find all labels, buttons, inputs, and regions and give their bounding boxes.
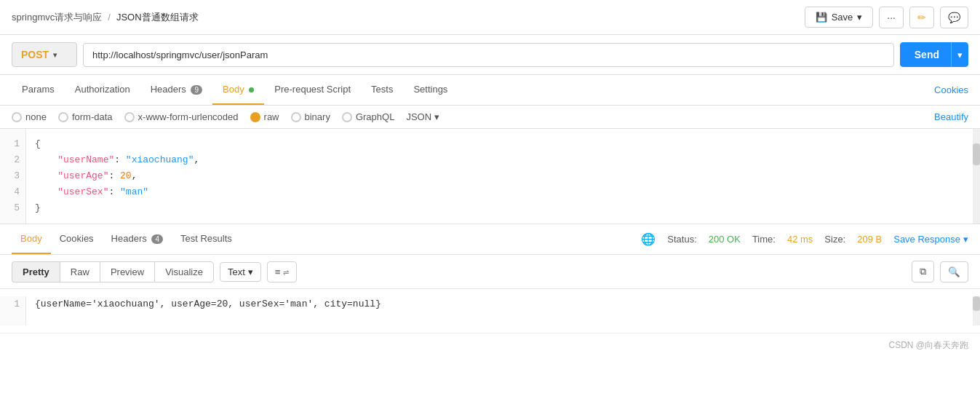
json-format-label: JSON [406, 111, 431, 122]
option-binary[interactable]: binary [291, 111, 330, 122]
time-label: Time: [752, 234, 776, 245]
response-tab-cookies[interactable]: Cookies [51, 224, 103, 254]
url-input[interactable] [83, 43, 894, 67]
line-number-5: 5 [6, 200, 20, 216]
response-scrollbar-thumb [973, 296, 980, 311]
header: springmvc请求与响应 / JSON普通数组请求 💾 Save ▾ ···… [0, 0, 980, 35]
save-label: Save [832, 12, 853, 23]
form-data-radio[interactable] [58, 112, 68, 122]
response-test-results-label: Test Results [180, 233, 232, 244]
line-numbers: 1 2 3 4 5 [0, 129, 26, 224]
tab-settings[interactable]: Settings [403, 75, 458, 105]
form-data-label: form-data [72, 111, 113, 122]
response-headers-badge: 4 [151, 234, 163, 244]
response-scrollbar[interactable] [973, 296, 980, 325]
send-button[interactable]: Send [900, 42, 954, 67]
view-preview-label: Preview [111, 266, 144, 277]
tab-pre-request[interactable]: Pre-request Script [264, 75, 361, 105]
save-response-button[interactable]: Save Response ▾ [893, 234, 968, 245]
response-tab-test-results[interactable]: Test Results [172, 224, 241, 254]
raw-radio[interactable] [250, 112, 260, 122]
edit-button[interactable]: ✏ [909, 7, 934, 28]
option-raw[interactable]: raw [250, 111, 279, 122]
copy-button[interactable]: ⧉ [912, 261, 934, 282]
comment-button[interactable]: 💬 [940, 7, 968, 28]
breadcrumb-parent: springmvc请求与响应 [12, 11, 102, 24]
send-group: Send ▾ [900, 42, 968, 67]
view-preview-button[interactable]: Preview [100, 261, 154, 282]
tab-tests-label: Tests [371, 84, 393, 95]
view-format-chevron-icon: ▾ [248, 266, 253, 277]
binary-label: binary [305, 111, 330, 122]
headers-badge: 9 [191, 85, 202, 95]
tab-authorization[interactable]: Authorization [65, 75, 140, 105]
breadcrumb-separator: / [108, 12, 111, 23]
option-graphql[interactable]: GraphQL [342, 111, 394, 122]
cookies-link[interactable]: Cookies [934, 84, 968, 95]
urlencoded-radio[interactable] [124, 112, 135, 122]
view-pretty-button[interactable]: Pretty [12, 261, 60, 282]
option-form-data[interactable]: form-data [58, 111, 113, 122]
more-button[interactable]: ··· [879, 7, 904, 28]
status-value: 200 OK [709, 234, 741, 245]
search-button[interactable]: 🔍 [940, 261, 968, 282]
tab-settings-label: Settings [413, 84, 447, 95]
tab-params-label: Params [22, 84, 55, 95]
request-body-editor: 1 2 3 4 5 { "userName": "xiaochuang", "u… [0, 129, 980, 224]
view-format-buttons: Pretty Raw Preview Visualize Text ▾ ≡ ⇌ [12, 261, 297, 282]
option-urlencoded[interactable]: x-www-form-urlencoded [124, 111, 239, 122]
method-select[interactable]: POST ▾ [12, 42, 77, 67]
line-number-3: 3 [6, 168, 20, 184]
method-chevron-icon: ▾ [53, 51, 57, 59]
response-body-label: Body [20, 233, 42, 244]
tab-tests[interactable]: Tests [361, 75, 403, 105]
comment-icon: 💬 [948, 12, 960, 23]
search-icon: 🔍 [948, 266, 960, 277]
response-tab-headers[interactable]: Headers 4 [103, 224, 172, 254]
view-pretty-label: Pretty [23, 266, 49, 277]
view-visualize-button[interactable]: Visualize [154, 261, 214, 282]
beautify-button[interactable]: Beautify [934, 111, 968, 122]
header-actions: 💾 Save ▾ ··· ✏ 💬 [805, 7, 968, 28]
request-tabs-row: Params Authorization Headers 9 Body Pre-… [0, 75, 980, 106]
save-response-chevron-icon: ▾ [963, 234, 968, 245]
line-number-4: 4 [6, 184, 20, 200]
tab-headers[interactable]: Headers 9 [140, 75, 212, 105]
editor-scrollbar[interactable] [973, 129, 980, 224]
footer-text: CSDN @向春天奔跑 [888, 340, 968, 350]
response-tab-body[interactable]: Body [12, 224, 51, 254]
save-chevron-icon: ▾ [857, 12, 862, 23]
save-button[interactable]: 💾 Save ▾ [805, 7, 874, 28]
json-format-select[interactable]: JSON ▾ [406, 111, 439, 122]
body-format-options: none form-data x-www-form-urlencoded raw… [12, 111, 439, 122]
edit-icon: ✏ [917, 12, 926, 23]
response-body: 1 {userName='xiaochuang', userAge=20, us… [0, 289, 980, 333]
line-number-1: 1 [6, 136, 20, 152]
option-none[interactable]: none [12, 111, 47, 122]
response-header: Body Cookies Headers 4 Test Results 🌐 St… [0, 224, 980, 255]
wrap-button[interactable]: ≡ ⇌ [267, 261, 297, 282]
view-raw-button[interactable]: Raw [60, 261, 100, 282]
send-chevron-button[interactable]: ▾ [951, 42, 968, 67]
raw-label: raw [264, 111, 279, 122]
tab-params[interactable]: Params [12, 75, 65, 105]
graphql-radio[interactable] [342, 112, 352, 122]
status-label: Status: [667, 234, 696, 245]
binary-radio[interactable] [291, 112, 301, 122]
body-dot [249, 87, 254, 92]
none-radio[interactable] [12, 112, 22, 122]
graphql-label: GraphQL [356, 111, 394, 122]
view-format-select[interactable]: Text ▾ [220, 262, 261, 282]
tab-body-label: Body [223, 84, 244, 95]
view-raw-label: Raw [71, 266, 89, 277]
tab-pre-request-label: Pre-request Script [274, 84, 351, 95]
line-number-2: 2 [6, 152, 20, 168]
url-input-wrapper [83, 43, 894, 67]
response-view-options: Pretty Raw Preview Visualize Text ▾ ≡ ⇌ … [0, 255, 980, 289]
wrap-icon: ≡ [275, 266, 281, 277]
tab-body[interactable]: Body [212, 75, 264, 105]
url-bar: POST ▾ Send ▾ [0, 35, 980, 75]
code-area[interactable]: { "userName": "xiaochuang", "userAge": 2… [26, 129, 980, 224]
tab-authorization-label: Authorization [75, 84, 130, 95]
footer: CSDN @向春天奔跑 [0, 333, 980, 357]
